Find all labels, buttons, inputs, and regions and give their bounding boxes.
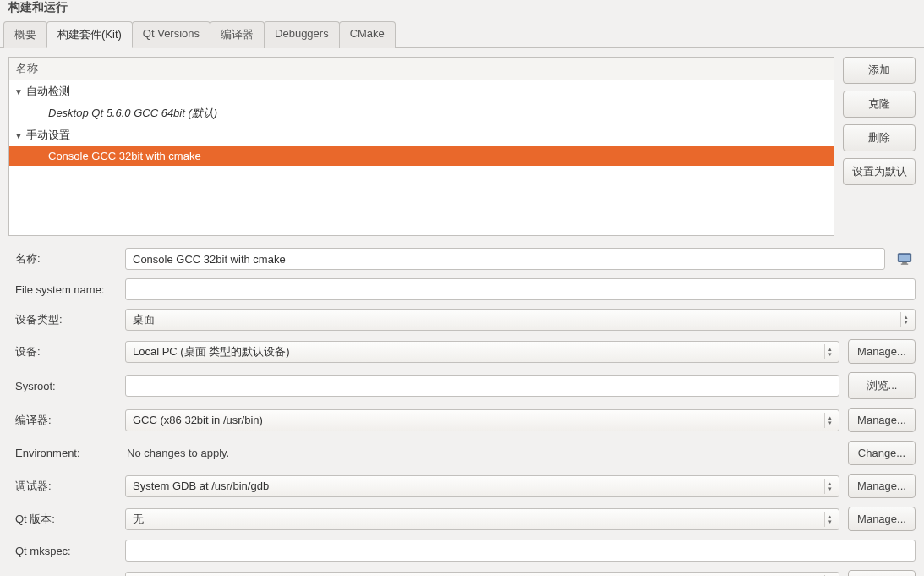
debugger-select[interactable]: System GDB at /usr/bin/gdb ▴▾ bbox=[125, 475, 839, 497]
qtver-label: Qt 版本: bbox=[15, 512, 117, 527]
tree-group-label: 自动检测 bbox=[26, 84, 70, 99]
tree-group-manual[interactable]: ▼ 手动设置 bbox=[9, 124, 834, 146]
svg-rect-3 bbox=[901, 264, 908, 265]
compiler-select[interactable]: GCC (x86 32bit in /usr/bin) ▴▾ bbox=[125, 409, 839, 431]
compiler-manage-button[interactable]: Manage... bbox=[848, 408, 916, 432]
devtype-label: 设备类型: bbox=[15, 312, 117, 327]
chevron-updown-icon: ▴▾ bbox=[900, 312, 911, 327]
debugger-label: 调试器: bbox=[15, 479, 117, 494]
tab-qt-versions[interactable]: Qt Versions bbox=[132, 21, 210, 48]
compiler-label: 编译器: bbox=[15, 413, 117, 428]
devtype-select[interactable]: 桌面 ▴▾ bbox=[125, 309, 916, 331]
fsname-input[interactable] bbox=[125, 278, 916, 300]
chevron-updown-icon: ▴▾ bbox=[824, 479, 835, 494]
tree-header-name[interactable]: 名称 bbox=[9, 58, 834, 80]
tree-group-auto[interactable]: ▼ 自动检测 bbox=[9, 80, 834, 102]
monitor-icon bbox=[897, 253, 912, 265]
env-change-button[interactable]: Change... bbox=[848, 441, 916, 465]
device-value: Local PC (桌面 类型的默认设备) bbox=[133, 344, 290, 359]
mkspec-label: Qt mkspec: bbox=[15, 545, 117, 557]
mkspec-input[interactable] bbox=[125, 540, 916, 562]
qtver-manage-button[interactable]: Manage... bbox=[848, 507, 916, 531]
window-title: 构建和运行 bbox=[0, 0, 924, 20]
cmake-select[interactable]: System CMake at /usr/bin/cmake ▴▾ bbox=[125, 572, 839, 577]
set-default-button[interactable]: 设置为默认 bbox=[843, 158, 916, 185]
qtver-select[interactable]: 无 ▴▾ bbox=[125, 508, 839, 530]
kit-form: 名称: File system name: 设备类型: 桌面 ▴▾ 设备: Lo… bbox=[0, 244, 924, 576]
device-icon-button[interactable] bbox=[894, 248, 916, 270]
device-manage-button[interactable]: Manage... bbox=[848, 339, 916, 364]
env-value: No changes to apply. bbox=[125, 447, 839, 459]
tab-bar: 概要 构建套件(Kit) Qt Versions 编译器 Debuggers C… bbox=[0, 20, 924, 48]
sysroot-browse-button[interactable]: 浏览... bbox=[848, 372, 916, 399]
compiler-value: GCC (x86 32bit in /usr/bin) bbox=[133, 414, 263, 426]
chevron-updown-icon: ▴▾ bbox=[824, 344, 835, 359]
chevron-updown-icon: ▴▾ bbox=[824, 413, 835, 428]
add-button[interactable]: 添加 bbox=[843, 57, 916, 84]
tree-item-manual-kit[interactable]: Console GCC 32bit with cmake bbox=[9, 146, 834, 166]
tab-cmake[interactable]: CMake bbox=[339, 21, 396, 48]
device-label: 设备: bbox=[15, 344, 117, 359]
svg-rect-1 bbox=[899, 255, 910, 261]
name-label: 名称: bbox=[15, 251, 117, 266]
debugger-manage-button[interactable]: Manage... bbox=[848, 474, 916, 498]
devtype-value: 桌面 bbox=[133, 312, 155, 327]
debugger-value: System GDB at /usr/bin/gdb bbox=[133, 480, 269, 492]
env-label: Environment: bbox=[15, 447, 117, 459]
tab-kits[interactable]: 构建套件(Kit) bbox=[46, 21, 133, 48]
sysroot-label: Sysroot: bbox=[15, 380, 117, 392]
delete-button[interactable]: 删除 bbox=[843, 124, 916, 151]
fsname-label: File system name: bbox=[15, 283, 117, 296]
tab-debuggers[interactable]: Debuggers bbox=[264, 21, 340, 48]
clone-button[interactable]: 克隆 bbox=[843, 91, 916, 118]
qtver-value: 无 bbox=[133, 512, 144, 527]
cmake-manage-button[interactable]: Manage... bbox=[848, 570, 916, 576]
tab-compilers[interactable]: 编译器 bbox=[210, 21, 265, 48]
kit-actions: 添加 克隆 删除 设置为默认 bbox=[843, 57, 916, 236]
disclosure-triangle-icon: ▼ bbox=[14, 131, 23, 140]
tree-item-auto-kit[interactable]: Desktop Qt 5.6.0 GCC 64bit (默认) bbox=[9, 102, 834, 124]
chevron-updown-icon: ▴▾ bbox=[824, 512, 835, 527]
kits-tree[interactable]: 名称 ▼ 自动检测 Desktop Qt 5.6.0 GCC 64bit (默认… bbox=[8, 57, 834, 236]
device-select[interactable]: Local PC (桌面 类型的默认设备) ▴▾ bbox=[125, 341, 839, 363]
tree-group-label: 手动设置 bbox=[26, 128, 70, 143]
disclosure-triangle-icon: ▼ bbox=[14, 87, 23, 96]
name-input[interactable] bbox=[125, 248, 885, 270]
svg-rect-2 bbox=[902, 262, 907, 263]
tab-overview[interactable]: 概要 bbox=[3, 21, 47, 48]
sysroot-input[interactable] bbox=[125, 375, 839, 397]
